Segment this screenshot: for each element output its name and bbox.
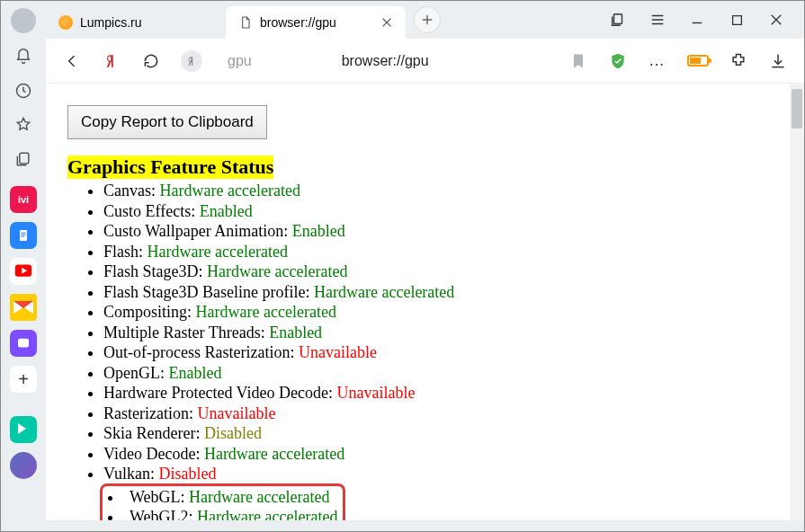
feature-value: Hardware accelerated — [196, 303, 336, 321]
window-chin — [1, 520, 804, 531]
back-icon[interactable] — [62, 51, 82, 71]
feature-row: Rasterization: Unavailable — [103, 403, 768, 424]
scrollbar[interactable] — [790, 84, 804, 531]
tab-strip: Lumpics.ru browser://gpu — [46, 1, 804, 39]
feature-label: Hardware Protected Video Decode: — [103, 384, 336, 402]
feature-value: Disabled — [204, 424, 262, 442]
tab-lumpics[interactable]: Lumpics.ru — [46, 6, 226, 39]
tab-title: browser://gpu — [260, 15, 336, 30]
feature-value: Hardware accelerated — [160, 182, 300, 200]
minimize-icon[interactable] — [689, 12, 705, 28]
feature-label: Flash: — [103, 243, 148, 261]
feature-row: Custo Wallpaper Animation: Enabled — [103, 221, 768, 242]
feature-value: Enabled — [200, 202, 253, 220]
highlighted-rows: WebGL: Hardware acceleratedWebGL2: Hardw… — [100, 483, 345, 521]
feature-value: Disabled — [158, 465, 216, 483]
feature-label: Flash Stage3D Baseline profile: — [103, 283, 314, 301]
address-bar[interactable]: gpu browser://gpu — [228, 53, 429, 69]
close-icon[interactable] — [380, 16, 393, 29]
add-app-button[interactable]: + — [10, 366, 37, 393]
svg-rect-5 — [21, 236, 23, 237]
battery-icon[interactable] — [687, 55, 709, 66]
feature-label: Out-of-process Rasterization: — [103, 343, 299, 361]
feature-label: WebGL: — [130, 488, 189, 506]
bookmark-star-icon[interactable] — [13, 114, 34, 136]
app-assistant-icon[interactable] — [10, 452, 37, 479]
app-teal-icon[interactable] — [10, 416, 37, 443]
feature-row: Flash Stage3D: Hardware accelerated — [103, 262, 768, 282]
copy-report-button[interactable]: Copy Report to Clipboard — [67, 105, 267, 139]
feature-value: Enabled — [269, 324, 322, 341]
yandex-home-icon[interactable] — [102, 51, 121, 71]
menu-icon[interactable] — [649, 12, 666, 28]
feature-label: OpenGL: — [103, 364, 168, 382]
feature-row: Vulkan: Disabled — [103, 464, 768, 484]
app-ivi-icon[interactable]: ivi — [10, 186, 37, 213]
svg-rect-8 — [614, 14, 622, 24]
favicon-icon — [58, 15, 73, 30]
feature-label: Vulkan: — [103, 465, 158, 483]
address-url: browser://gpu — [342, 53, 429, 69]
avatar[interactable] — [11, 8, 36, 33]
toolbar: gpu browser://gpu … — [46, 39, 804, 84]
feature-label: Compositing: — [103, 303, 196, 321]
feature-value: Hardware accelerated — [148, 243, 288, 261]
feature-row: Flash: Hardware accelerated — [103, 242, 768, 262]
tab-title: Lumpics.ru — [80, 15, 141, 30]
left-rail: ivi + — [1, 1, 46, 522]
app-mail-icon[interactable] — [10, 294, 37, 321]
tabs-overview-icon[interactable] — [610, 12, 626, 28]
app-docs-icon[interactable] — [10, 222, 37, 249]
feature-label: WebGL2: — [130, 508, 197, 520]
feature-row-highlighted: WebGL: Hardware accelerated — [104, 487, 337, 508]
feature-row: Out-of-process Rasterization: Unavailabl… — [103, 342, 768, 363]
feature-label: Skia Renderer: — [103, 424, 204, 442]
feature-value: Enabled — [292, 222, 345, 240]
bookmark-icon[interactable] — [568, 51, 588, 71]
address-prefix: gpu — [228, 53, 252, 69]
feature-row: OpenGL: Enabled — [103, 363, 768, 384]
feature-value: Hardware accelerated — [197, 508, 337, 520]
feature-label: Custo Effects: — [103, 202, 200, 220]
page-content: Copy Report to Clipboard Graphics Featur… — [46, 84, 790, 520]
window-controls — [610, 12, 804, 28]
feature-value: Hardware accelerated — [204, 445, 344, 463]
svg-rect-1 — [20, 153, 29, 164]
feature-row: Flash Stage3D Baseline profile: Hardware… — [103, 282, 768, 303]
window-close-icon[interactable] — [768, 12, 784, 28]
reload-icon[interactable] — [141, 51, 161, 71]
feature-label: Video Decode: — [103, 445, 204, 463]
feature-label: Canvas: — [103, 182, 160, 200]
feature-value: Unavailable — [336, 384, 415, 402]
site-info-icon[interactable] — [181, 50, 202, 72]
feature-value: Hardware accelerated — [314, 283, 454, 301]
feature-row: Multiple Raster Threads: Enabled — [103, 323, 768, 343]
feature-row: Video Decode: Hardware accelerated — [103, 444, 768, 465]
shield-icon[interactable] — [608, 51, 628, 71]
feature-row: Hardware Protected Video Decode: Unavail… — [103, 383, 768, 403]
downloads-icon[interactable] — [768, 51, 788, 71]
bell-icon[interactable] — [13, 46, 34, 67]
collections-icon[interactable] — [13, 148, 34, 170]
svg-rect-3 — [21, 233, 25, 234]
feature-row: Compositing: Hardware accelerated — [103, 302, 768, 323]
feature-value: Hardware accelerated — [207, 262, 347, 280]
new-tab-button[interactable] — [415, 7, 440, 32]
tab-gpu[interactable]: browser://gpu — [226, 6, 406, 39]
scrollbar-thumb[interactable] — [792, 89, 802, 129]
more-icon[interactable]: … — [648, 51, 667, 71]
feature-row: Skia Renderer: Disabled — [103, 423, 768, 444]
maximize-icon[interactable] — [729, 12, 745, 28]
feature-value: Hardware accelerated — [189, 488, 329, 506]
feature-label: Flash Stage3D: — [103, 262, 207, 280]
app-purple-icon[interactable] — [10, 330, 37, 357]
pinned-apps: ivi + — [10, 186, 37, 479]
page-icon — [238, 15, 253, 30]
history-icon[interactable] — [13, 80, 34, 102]
svg-rect-4 — [21, 235, 25, 235]
feature-value: Unavailable — [197, 404, 275, 422]
feature-label: Custo Wallpaper Animation: — [103, 222, 292, 240]
extensions-icon[interactable] — [729, 51, 748, 71]
app-youtube-icon[interactable] — [10, 258, 37, 285]
feature-label: Multiple Raster Threads: — [103, 324, 269, 341]
